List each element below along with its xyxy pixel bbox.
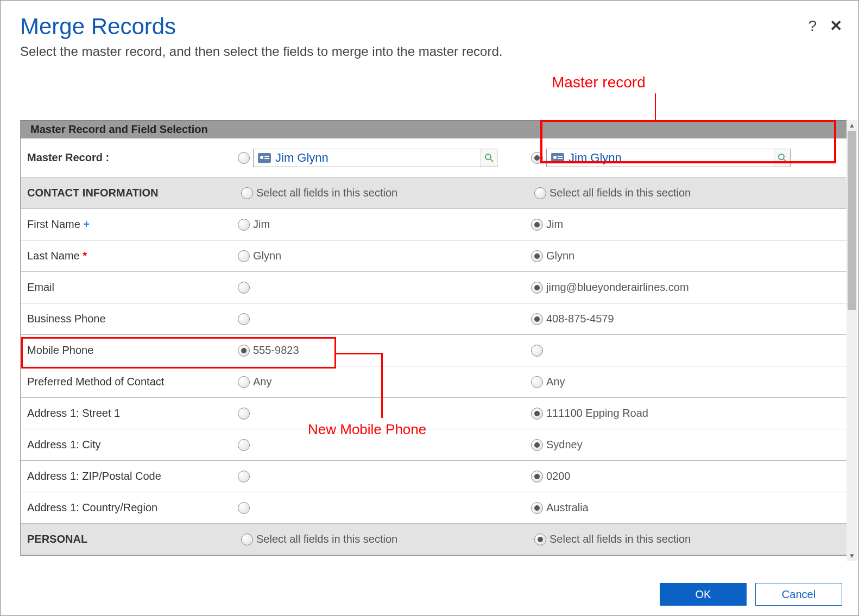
field-row: Mobile Phone555-9823 — [21, 335, 849, 366]
select-all-label: Select all fields in this section — [256, 533, 397, 545]
help-icon[interactable]: ? — [808, 17, 817, 35]
master-radio-a[interactable] — [238, 152, 250, 164]
field-radio-a[interactable] — [238, 219, 250, 231]
field-row: Address 1: ZIP/Postal Code0200 — [21, 461, 849, 492]
field-value-b: Sydney — [546, 439, 583, 451]
select-all-b-radio[interactable] — [534, 534, 546, 545]
field-radio-b[interactable] — [531, 345, 543, 357]
content-area: New Mobile Phone Master Record and Field… — [20, 120, 850, 561]
field-radio-a[interactable] — [238, 408, 250, 420]
lookup-record-a[interactable]: Jim Glynn — [253, 149, 497, 167]
field-radio-b[interactable] — [531, 313, 543, 325]
svg-rect-3 — [264, 158, 269, 159]
field-label: Address 1: City — [21, 439, 238, 451]
field-label: Email — [21, 281, 238, 294]
section-header: PERSONALSelect all fields in this sectio… — [21, 524, 849, 555]
field-label: Address 1: ZIP/Postal Code — [21, 470, 238, 482]
field-value-b: Jim — [546, 218, 563, 231]
lookup-b-name: Jim Glynn — [569, 151, 622, 165]
lookup-a-name: Jim Glynn — [275, 151, 329, 165]
field-value-b: Any — [546, 376, 565, 388]
field-value-b: 0200 — [546, 470, 571, 482]
dialog-title: Merge Records — [20, 14, 839, 40]
field-value-a: Jim — [253, 218, 270, 231]
svg-rect-9 — [558, 158, 563, 159]
field-radio-b[interactable] — [531, 282, 543, 294]
field-radio-b[interactable] — [531, 502, 543, 514]
field-radio-a[interactable] — [238, 345, 250, 357]
field-radio-b[interactable] — [531, 219, 543, 231]
dialog-subtitle: Select the master record, and then selec… — [20, 44, 839, 59]
cancel-button[interactable]: Cancel — [755, 583, 842, 606]
field-row: Last Name *GlynnGlynn — [21, 240, 849, 272]
svg-point-1 — [260, 156, 263, 159]
dialog-footer: OK Cancel — [660, 583, 842, 606]
svg-point-4 — [485, 154, 491, 160]
field-radio-a[interactable] — [238, 376, 250, 388]
panel-heading: Master Record and Field Selection — [21, 120, 849, 138]
field-selection-grid: Master Record and Field Selection Master… — [20, 120, 850, 556]
scroll-up-icon[interactable]: ▲ — [847, 120, 857, 131]
section-title: CONTACT INFORMATION — [21, 187, 238, 199]
field-label: Last Name * — [21, 250, 238, 262]
master-record-row: Master Record : Jim Glynn — [21, 138, 849, 177]
merge-records-dialog: Merge Records Select the master record, … — [0, 0, 859, 616]
annotation-new-mobile-phone: New Mobile Phone — [308, 421, 426, 438]
field-radio-a[interactable] — [238, 250, 250, 262]
field-row: Emailjimg@blueyonderairlines.com — [21, 272, 849, 303]
field-radio-b[interactable] — [531, 250, 543, 262]
field-label: Business Phone — [21, 313, 238, 325]
field-row: Address 1: CitySydney — [21, 429, 849, 461]
field-label: Preferred Method of Contact — [21, 376, 238, 388]
field-value-b: 408-875-4579 — [546, 313, 614, 325]
field-value-b: 111100 Epping Road — [546, 407, 648, 420]
svg-line-5 — [490, 159, 493, 162]
svg-point-10 — [779, 154, 784, 160]
contact-card-icon — [550, 151, 565, 164]
field-row: Preferred Method of ContactAnyAny — [21, 366, 849, 398]
master-radio-b[interactable] — [531, 152, 543, 164]
field-radio-b[interactable] — [531, 439, 543, 451]
field-radio-a[interactable] — [238, 471, 250, 482]
svg-rect-2 — [264, 156, 269, 157]
select-all-label: Select all fields in this section — [256, 187, 397, 199]
field-row: Address 1: Country/RegionAustralia — [21, 492, 849, 524]
field-value-b: Glynn — [546, 250, 574, 262]
field-value-a: Any — [253, 376, 271, 388]
field-radio-b[interactable] — [531, 408, 543, 420]
svg-line-11 — [784, 159, 786, 162]
svg-rect-8 — [558, 156, 563, 157]
lookup-search-icon[interactable] — [774, 149, 790, 167]
lookup-record-b[interactable]: Jim Glynn — [546, 149, 791, 167]
field-radio-b[interactable] — [531, 376, 543, 388]
section-header: CONTACT INFORMATIONSelect all fields in … — [21, 177, 849, 209]
field-row: First Name +JimJim — [21, 209, 849, 240]
field-radio-a[interactable] — [238, 439, 250, 451]
field-radio-a[interactable] — [238, 313, 250, 325]
scrollbar[interactable]: ▲ ▼ — [847, 120, 857, 561]
field-label: Address 1: Country/Region — [21, 501, 238, 514]
close-icon[interactable]: ✕ — [830, 17, 842, 35]
select-all-b-radio[interactable] — [534, 187, 546, 199]
field-radio-a[interactable] — [238, 502, 250, 514]
field-row: Address 1: Street 1111100 Epping Road — [21, 398, 849, 429]
field-label: First Name + — [21, 218, 238, 231]
select-all-a-radio[interactable] — [241, 534, 253, 545]
field-radio-a[interactable] — [238, 282, 250, 294]
master-record-label: Master Record : — [21, 151, 238, 164]
svg-point-7 — [553, 156, 557, 159]
lookup-search-icon[interactable] — [481, 149, 497, 167]
scroll-thumb[interactable] — [848, 131, 856, 310]
select-all-label: Select all fields in this section — [549, 533, 691, 545]
select-all-a-radio[interactable] — [241, 187, 253, 199]
field-value-b: jimg@blueyonderairlines.com — [546, 281, 689, 294]
field-value-b: Australia — [546, 501, 589, 514]
contact-card-icon — [257, 151, 272, 164]
field-row: Business Phone408-875-4579 — [21, 303, 849, 335]
scroll-down-icon[interactable]: ▼ — [847, 550, 857, 561]
ok-button[interactable]: OK — [660, 583, 747, 606]
field-label: Mobile Phone — [21, 344, 238, 357]
select-all-label: Select all fields in this section — [549, 187, 691, 199]
field-value-a: 555-9823 — [253, 344, 299, 357]
field-radio-b[interactable] — [531, 471, 543, 482]
